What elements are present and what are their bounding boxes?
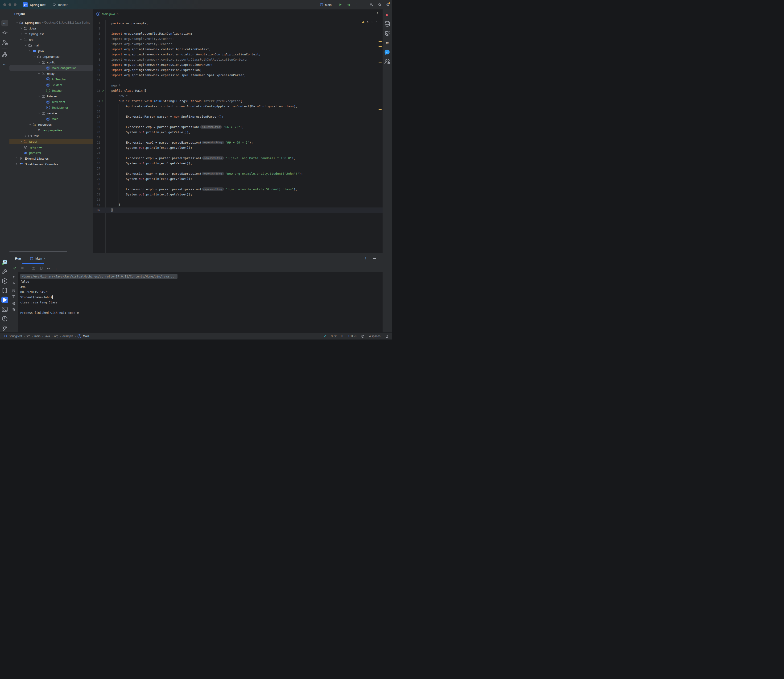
scroll-end-button[interactable]	[11, 295, 16, 299]
tree-item-service[interactable]: service	[9, 110, 93, 116]
chevron-down-icon[interactable]	[28, 49, 32, 53]
tree-item-gitignore[interactable]: .gitignore	[9, 144, 93, 150]
tree-item-mainconfiguration[interactable]: CMainConfiguration	[9, 65, 93, 71]
run-line-icon[interactable]	[100, 88, 105, 93]
add-user-button[interactable]	[369, 3, 373, 7]
clear-button[interactable]	[11, 307, 16, 312]
gopher-icon[interactable]	[384, 30, 390, 36]
code-content[interactable]: 1package org.example;23import org.exampl…	[93, 21, 383, 213]
problems-icon[interactable]	[2, 316, 8, 322]
ai-chat-icon[interactable]	[384, 49, 390, 55]
database-icon[interactable]	[384, 20, 390, 27]
tree-item-testlistener[interactable]: CTestListener	[9, 105, 93, 110]
more-actions-kebab[interactable]: ⋮	[355, 3, 359, 6]
tree-item-test[interactable]: test	[9, 133, 93, 139]
editor-options-kebab[interactable]: ⋮	[376, 12, 379, 15]
code-with-me-icon[interactable]	[384, 58, 390, 65]
breadcrumb-item-java[interactable]: java	[45, 335, 50, 338]
breadcrumb-item-org[interactable]: org	[54, 335, 58, 338]
hide-panel-button[interactable]	[373, 258, 376, 259]
notifications-bell-icon[interactable]	[384, 11, 390, 18]
chevron-right-icon[interactable]	[14, 157, 19, 160]
horizontal-scrollbar[interactable]	[9, 251, 67, 252]
services-icon[interactable]	[2, 278, 8, 284]
settings-gear-button[interactable]: ⚙	[386, 3, 390, 7]
chevron-down-icon[interactable]	[37, 61, 41, 64]
soft-wrap-button[interactable]	[11, 289, 16, 293]
chevron-down-icon[interactable]	[28, 123, 32, 126]
debug-button[interactable]	[347, 3, 351, 7]
tree-item-artteacher[interactable]: CArtTeacher	[9, 77, 93, 82]
project-icon[interactable]: ⋯	[2, 20, 8, 27]
breadcrumb-item-example[interactable]: example	[62, 335, 73, 338]
window-controls[interactable]	[3, 3, 17, 6]
chevron-right-icon[interactable]	[19, 140, 23, 143]
horizontal-scrollbar[interactable]	[93, 19, 119, 19]
close-window-button[interactable]	[3, 3, 6, 6]
run-tab-main[interactable]: Main ×	[28, 253, 47, 264]
tree-item-org-example[interactable]: org.example	[9, 54, 93, 59]
tree-item-idea[interactable]: .idea	[9, 25, 93, 31]
chevron-down-icon[interactable]	[37, 111, 41, 115]
chevron-down-icon[interactable]	[14, 21, 19, 24]
zoom-window-button[interactable]	[14, 3, 17, 6]
run-line-icon[interactable]	[100, 99, 105, 104]
tree-item-testevent[interactable]: CTestEvent	[9, 99, 93, 105]
terminal-icon[interactable]	[2, 306, 8, 313]
tree-item-scratches-and-consoles[interactable]: Scratches and Consoles	[9, 161, 93, 167]
tree-item-springtest[interactable]: SpringTest	[9, 31, 93, 37]
tree-item-test-properties[interactable]: ⚙test.properties	[9, 127, 93, 133]
tree-item-config[interactable]: config	[9, 59, 93, 65]
tree-item-external-libraries[interactable]: External Libraries	[9, 156, 93, 161]
chevron-right-icon[interactable]	[23, 134, 28, 138]
caret-position[interactable]: 35:2	[331, 335, 337, 338]
gopher-icon[interactable]	[361, 334, 365, 338]
tree-item-entity[interactable]: entity	[9, 71, 93, 77]
vim-icon[interactable]: V	[323, 334, 327, 338]
chevron-right-icon[interactable]	[19, 32, 23, 36]
tab-main-java[interactable]: C Main.java ×	[93, 9, 122, 19]
tree-item-main[interactable]: CMain	[9, 116, 93, 122]
file-encoding[interactable]: UTF-8	[348, 335, 356, 338]
minimize-window-button[interactable]	[8, 3, 11, 6]
commit-icon[interactable]	[2, 30, 8, 36]
more-button[interactable]: ⋮	[54, 266, 58, 270]
chevron-down-icon[interactable]	[37, 95, 41, 98]
gopher-plugin-icon[interactable]	[2, 259, 8, 266]
run-panel-options-kebab[interactable]: ⋮	[364, 257, 367, 260]
tree-item-src[interactable]: src	[9, 37, 93, 42]
tree-item-resources[interactable]: resources	[9, 122, 93, 127]
console-output[interactable]: /Users/eve/Library/Java/JavaVirtualMachi…	[18, 272, 383, 333]
breadcrumb-item-src[interactable]: src	[27, 335, 30, 338]
warning-stripe-mark[interactable]	[379, 62, 382, 63]
tree-item-student[interactable]: CStudent	[9, 82, 93, 88]
inspection-widget[interactable]: 5	[362, 20, 379, 23]
tree-item-listener[interactable]: listener	[9, 93, 93, 99]
breadcrumb-item-main[interactable]: CMain	[77, 334, 89, 338]
structure-icon[interactable]	[2, 52, 8, 58]
warning-stripe-mark[interactable]	[379, 109, 382, 110]
breadcrumb-item-main[interactable]: main	[34, 335, 41, 338]
next-problem-chevron-down-icon[interactable]	[375, 20, 379, 23]
down-button[interactable]	[11, 281, 16, 285]
pull-requests-icon[interactable]	[2, 39, 8, 46]
brackets-icon[interactable]	[2, 287, 8, 294]
indent-setting[interactable]: 4 spaces	[369, 335, 381, 338]
tree-item-pom-xml[interactable]: mpom.xml	[9, 150, 93, 156]
tree-item-target[interactable]: target	[9, 139, 93, 144]
run-icon[interactable]	[2, 297, 8, 303]
chevron-down-icon[interactable]	[19, 38, 23, 41]
search-everywhere-button[interactable]	[378, 3, 382, 7]
chevron-right-icon[interactable]	[14, 163, 19, 166]
close-tab-icon[interactable]: ×	[117, 12, 119, 16]
line-separator[interactable]: LF	[341, 335, 344, 338]
lock-icon[interactable]	[385, 334, 389, 338]
chevron-right-icon[interactable]	[19, 27, 23, 30]
run-configuration-select[interactable]: Main	[319, 3, 334, 7]
branch-menu[interactable]: master	[53, 3, 70, 7]
tree-item-main[interactable]: main	[9, 42, 93, 48]
profiler-button[interactable]	[47, 266, 51, 270]
close-run-tab-icon[interactable]: ×	[44, 257, 45, 260]
git-branch-icon[interactable]	[2, 325, 8, 332]
attach-button[interactable]	[39, 266, 43, 270]
